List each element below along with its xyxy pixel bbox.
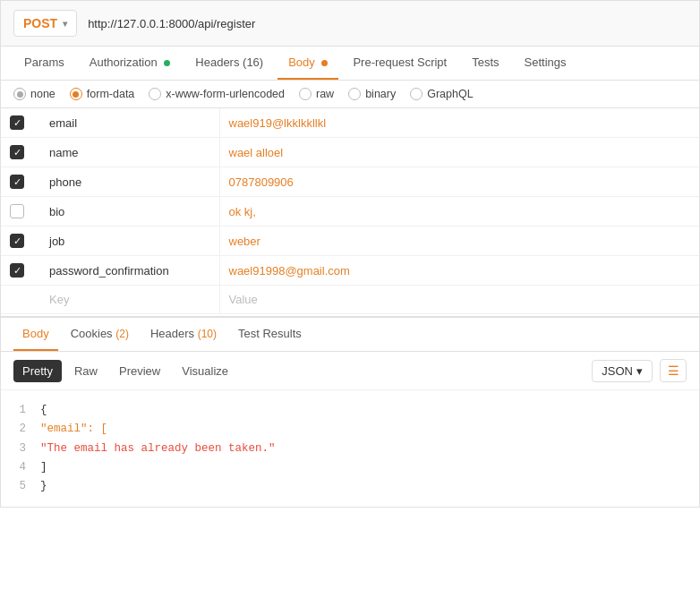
bottom-tabs: Body Cookies (2) Headers (10) Test Resul… bbox=[1, 316, 699, 352]
field-key: bio bbox=[40, 197, 219, 226]
field-value: wael919@lkklkkllkl bbox=[219, 108, 699, 138]
table-row: emailwael919@lkklkkllkl bbox=[1, 108, 699, 138]
method-selector[interactable]: POST ▾ bbox=[13, 10, 77, 37]
bottom-tab-test-results[interactable]: Test Results bbox=[229, 318, 311, 351]
method-chevron: ▾ bbox=[63, 19, 67, 29]
code-line: 1{ bbox=[1, 401, 699, 420]
bottom-tab-body[interactable]: Body bbox=[13, 318, 58, 351]
field-value: ok kj, bbox=[219, 197, 699, 226]
field-checkbox-email[interactable] bbox=[10, 115, 24, 130]
radio-form-data-circle bbox=[70, 88, 82, 100]
url-input[interactable] bbox=[84, 13, 687, 34]
field-key: email bbox=[40, 108, 219, 138]
wrap-button[interactable]: ☰ bbox=[660, 359, 687, 382]
resp-tab-preview[interactable]: Preview bbox=[110, 360, 169, 382]
tab-tests[interactable]: Tests bbox=[461, 47, 509, 80]
radio-binary[interactable]: binary bbox=[348, 88, 396, 100]
field-value: weber bbox=[219, 226, 699, 256]
field-value: wael alloel bbox=[219, 138, 699, 167]
table-row: biook kj, bbox=[1, 197, 699, 226]
field-value: wael91998@gmail.com bbox=[219, 256, 699, 286]
field-key: name bbox=[40, 138, 219, 167]
field-value: 0787809906 bbox=[219, 167, 699, 197]
url-bar: POST ▾ bbox=[1, 1, 699, 47]
code-line: 3 "The email has already been taken." bbox=[1, 440, 699, 458]
radio-urlencoded-circle bbox=[149, 88, 161, 100]
resp-tab-raw[interactable]: Raw bbox=[65, 360, 107, 382]
field-checkbox-name[interactable] bbox=[10, 145, 24, 159]
tab-params[interactable]: Params bbox=[13, 47, 75, 80]
radio-none-circle bbox=[13, 88, 26, 100]
format-selector[interactable]: JSON ▾ bbox=[592, 360, 653, 382]
resp-tab-visualize[interactable]: Visualize bbox=[173, 360, 237, 382]
radio-graphql-circle bbox=[410, 88, 423, 100]
body-dot bbox=[321, 60, 328, 66]
field-checkbox-bio[interactable] bbox=[10, 204, 24, 218]
resp-tab-pretty[interactable]: Pretty bbox=[13, 360, 62, 382]
response-toolbar: Pretty Raw Preview Visualize JSON ▾ ☰ bbox=[1, 352, 699, 390]
authorization-dot bbox=[164, 60, 170, 66]
tab-settings[interactable]: Settings bbox=[514, 47, 577, 80]
table-row: jobweber bbox=[1, 226, 699, 256]
tab-authorization[interactable]: Authorization bbox=[79, 47, 182, 80]
tab-body[interactable]: Body bbox=[277, 47, 338, 80]
table-row: namewael alloel bbox=[1, 138, 699, 167]
body-type-row: none form-data x-www-form-urlencoded raw… bbox=[1, 81, 699, 108]
radio-none[interactable]: none bbox=[13, 88, 55, 100]
bottom-tab-headers[interactable]: Headers (10) bbox=[141, 318, 226, 351]
field-key: job bbox=[40, 226, 219, 256]
code-line: 5} bbox=[1, 477, 699, 496]
radio-urlencoded[interactable]: x-www-form-urlencoded bbox=[149, 88, 285, 100]
tab-headers[interactable]: Headers (16) bbox=[184, 47, 274, 80]
code-line: 2 "email": [ bbox=[1, 420, 699, 439]
method-label: POST bbox=[23, 16, 57, 30]
table-row: phone0787809906 bbox=[1, 167, 699, 197]
radio-raw[interactable]: raw bbox=[299, 88, 334, 100]
code-area: 1{2 "email": [3 "The email has already b… bbox=[1, 390, 699, 507]
field-checkbox-password_confirmation[interactable] bbox=[10, 263, 24, 278]
tab-pre-request[interactable]: Pre-request Script bbox=[342, 47, 457, 80]
radio-binary-circle bbox=[348, 88, 361, 100]
radio-raw-circle bbox=[299, 88, 312, 100]
params-table: emailwael919@lkklkkllklnamewael alloelph… bbox=[1, 108, 699, 314]
placeholder-row: Key Value bbox=[1, 286, 699, 314]
field-checkbox-job[interactable] bbox=[10, 234, 24, 248]
field-key: password_confirmation bbox=[40, 256, 219, 286]
field-key: phone bbox=[40, 167, 219, 197]
bottom-tab-cookies[interactable]: Cookies (2) bbox=[62, 318, 138, 351]
radio-graphql[interactable]: GraphQL bbox=[410, 88, 473, 100]
top-tabs: Params Authorization Headers (16) Body P… bbox=[1, 47, 699, 81]
field-checkbox-phone[interactable] bbox=[10, 175, 24, 189]
radio-form-data[interactable]: form-data bbox=[70, 88, 135, 100]
code-line: 4 ] bbox=[1, 458, 699, 477]
table-row: password_confirmationwael91998@gmail.com bbox=[1, 256, 699, 286]
